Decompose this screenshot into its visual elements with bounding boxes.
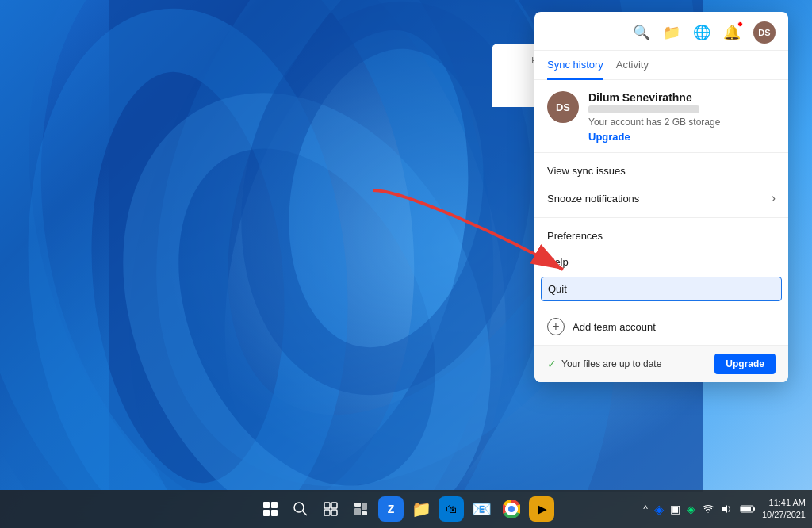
- add-circle-icon: +: [547, 318, 565, 335]
- user-info: Dilum Senevirathne Your account has 2 GB…: [588, 91, 776, 143]
- dropbox-tray-icon[interactable]: ◈: [654, 502, 664, 517]
- windows-logo: [263, 502, 278, 516]
- taskbar: Z 📁 🛍 📧: [0, 490, 812, 528]
- svg-rect-12: [331, 503, 337, 508]
- battery-icon: [740, 504, 756, 514]
- user-avatar-large: DS: [547, 91, 579, 123]
- tray-icon-1[interactable]: ▣: [670, 503, 680, 515]
- file-explorer-icon[interactable]: 📁: [408, 496, 434, 522]
- svg-rect-23: [753, 507, 755, 511]
- svg-rect-22: [741, 507, 751, 511]
- tab-sync-history[interactable]: Sync history: [547, 51, 603, 80]
- add-team-account[interactable]: + Add team account: [534, 308, 788, 345]
- wifi-icon[interactable]: [702, 503, 714, 515]
- svg-point-20: [508, 506, 515, 512]
- storage-text: Your account has 2 GB storage: [588, 117, 776, 128]
- menu-item-snooze[interactable]: Snooze notifications ›: [534, 184, 788, 212]
- status-bar: ✓ Your files are up to date Upgrade: [534, 345, 788, 382]
- svg-rect-16: [354, 508, 361, 515]
- user-avatar-small[interactable]: DS: [753, 21, 776, 44]
- plex-icon[interactable]: ▶: [529, 496, 554, 522]
- checkmark-icon: ✓: [547, 358, 557, 370]
- menu-section-2: Preferences Help Quit: [534, 218, 788, 308]
- user-section: DS Dilum Senevirathne Your account has 2…: [534, 80, 788, 153]
- upgrade-button[interactable]: Upgrade: [714, 354, 776, 374]
- svg-rect-13: [324, 510, 330, 515]
- popup-tabs: Sync history Activity: [534, 51, 788, 80]
- svg-rect-18: [362, 511, 367, 515]
- svg-line-10: [303, 511, 307, 515]
- svg-rect-17: [362, 503, 367, 510]
- folder-icon[interactable]: 📁: [663, 24, 680, 41]
- svg-point-9: [294, 503, 304, 512]
- upgrade-link-user[interactable]: Upgrade: [588, 131, 776, 143]
- system-clock[interactable]: 11:41 AM 10/27/2021: [762, 497, 806, 522]
- menu-item-preferences[interactable]: Preferences: [534, 223, 788, 249]
- volume-icon[interactable]: [721, 503, 733, 515]
- user-name: Dilum Senevirathne: [588, 91, 776, 104]
- search-icon[interactable]: 🔍: [633, 24, 650, 41]
- menu-section-1: View sync issues Snooze notifications ›: [534, 153, 788, 218]
- user-email-blurred: [588, 105, 699, 113]
- svg-rect-11: [324, 503, 330, 508]
- bell-icon[interactable]: 🔔: [723, 24, 741, 41]
- tray-chevron[interactable]: ^: [643, 503, 648, 515]
- dropbox-popup: 🔍 📁 🌐 🔔 DS Sync history Activity DS Dilu…: [534, 12, 788, 382]
- microsoft-store-icon[interactable]: 🛍: [439, 496, 464, 522]
- popup-toolbar: 🔍 📁 🌐 🔔 DS: [534, 12, 788, 51]
- taskbar-right: ^ ◈ ▣ ◈: [643, 497, 806, 522]
- globe-icon[interactable]: 🌐: [693, 24, 710, 41]
- tray-icon-2[interactable]: ◈: [687, 503, 695, 515]
- taskbar-search[interactable]: [288, 496, 313, 522]
- chevron-right-icon: ›: [772, 191, 776, 205]
- widgets-button[interactable]: [348, 496, 373, 522]
- start-button[interactable]: [258, 496, 283, 522]
- menu-item-quit[interactable]: Quit: [541, 277, 782, 301]
- svg-rect-14: [331, 510, 337, 515]
- chrome-icon[interactable]: [499, 496, 524, 522]
- menu-item-view-sync[interactable]: View sync issues: [534, 158, 788, 184]
- desktop: Here youyou'vewith. 🔍 📁 🌐 🔔 DS Sync hist…: [0, 0, 812, 528]
- menu-item-help[interactable]: Help: [534, 249, 788, 275]
- taskbar-center: Z 📁 🛍 📧: [258, 496, 554, 522]
- status-text: ✓ Your files are up to date: [547, 358, 661, 370]
- tab-activity[interactable]: Activity: [616, 51, 649, 80]
- zoom-icon[interactable]: Z: [378, 496, 404, 522]
- notification-dot: [737, 21, 743, 27]
- mail-icon[interactable]: 📧: [469, 496, 494, 522]
- svg-rect-15: [354, 503, 361, 507]
- task-view-button[interactable]: [318, 496, 343, 522]
